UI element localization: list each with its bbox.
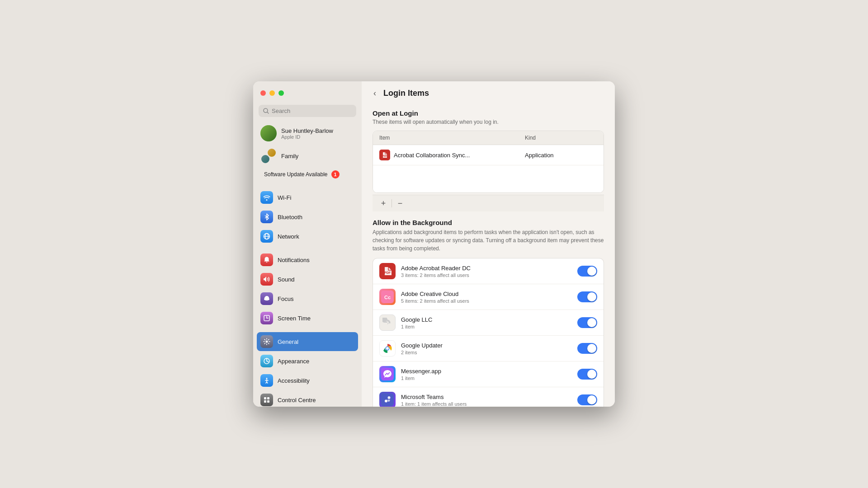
avatar [260,125,277,141]
google-updater-sub: 2 items [401,350,577,355]
family-item[interactable]: Family [257,145,358,167]
network-icon [260,230,273,243]
google-llc-toggle[interactable] [577,317,597,328]
svg-line-1 [267,112,269,113]
back-button[interactable]: ‹ [371,87,379,100]
add-item-button[interactable]: + [376,197,391,210]
svg-point-7 [266,298,268,300]
teams-name: Microsoft Teams [401,394,577,400]
sidebar-settings-section: General Appearance Acc [253,332,362,407]
search-bar[interactable] [259,105,356,117]
sidebar-item-general[interactable]: General [257,332,358,351]
messenger-name: Messenger.app [401,368,577,375]
teams-toggle[interactable] [577,394,597,405]
user-name: Sue Huntley-Barlow [281,127,333,134]
svg-rect-14 [264,397,266,399]
creative-cloud-icon: Cc [379,289,396,305]
sidebar-item-appearance[interactable]: Appearance [257,352,358,371]
sidebar-item-label-bluetooth: Bluetooth [278,214,302,221]
update-badge: 1 [331,170,340,178]
acrobat-row-icon: PDF [379,150,390,160]
sidebar-item-label-sound: Sound [278,276,295,283]
table-empty-area [373,165,604,192]
teams-icon [379,392,396,407]
sidebar-network-section: Wi-Fi Bluetooth [253,188,362,246]
col-item-header: Item [379,135,525,141]
sidebar-item-notifications[interactable]: Notifications [257,250,358,269]
software-update-item[interactable]: Software Update Available 1 [260,169,354,180]
sidebar-item-network[interactable]: Network [257,227,358,246]
teams-sub: 1 item: 1 item affects all users [401,401,577,407]
table-actions: + − [373,195,604,211]
sidebar-item-label-accessibility: Accessibility [278,377,310,384]
bg-item-microsoft-teams[interactable]: Microsoft Teams 1 item: 1 item affects a… [373,387,604,407]
svg-point-11 [266,341,268,343]
sidebar-item-label-general: General [278,338,298,345]
google-llc-info: Google LLC 1 item [401,316,577,329]
main-scroll-area[interactable]: Open at Login These items will open auto… [362,105,615,407]
acrobat-sub: 3 items: 2 items affect all users [401,272,577,278]
creative-cloud-sub: 5 items: 2 items affect all users [401,298,577,304]
sidebar-item-sound[interactable]: Sound [257,270,358,289]
acrobat-name: Adobe Acrobat Reader DC [401,265,577,272]
titlebar [253,81,362,105]
focus-icon [260,292,273,305]
messenger-sub: 1 item [401,375,577,381]
sidebar-item-accessibility[interactable]: Accessibility [257,371,358,390]
acrobat-info: Adobe Acrobat Reader DC 3 items: 2 items… [401,265,577,278]
sidebar-item-label-control-centre: Control Centre [278,397,316,404]
bg-item-acrobat[interactable]: PDF Adobe Acrobat Reader DC 3 items: 2 i… [373,258,604,284]
google-updater-icon [379,340,396,357]
sidebar-item-label-wifi: Wi-Fi [278,194,291,201]
background-section-title: Allow in the Background [373,219,604,226]
open-at-login-title: Open at Login [373,109,604,117]
google-updater-name: Google Updater [401,342,577,349]
bg-item-messenger[interactable]: Messenger.app 1 item [373,361,604,387]
search-input[interactable] [272,108,352,114]
google-llc-name: Google LLC [401,316,577,323]
minimize-button[interactable] [269,90,275,96]
svg-rect-16 [264,400,266,403]
acrobat-icon: PDF [379,263,396,279]
creative-cloud-info: Adobe Creative Cloud 5 items: 2 items af… [401,291,577,304]
sound-icon [260,273,273,286]
main-content: ‹ Login Items Open at Login These items … [362,81,615,407]
table-row[interactable]: PDF Acrobat Collaboration Sync... Applic… [373,145,604,165]
sidebar-item-wifi[interactable]: Wi-Fi [257,188,358,207]
update-label: Software Update Available [264,171,328,178]
google-updater-toggle[interactable] [577,343,597,354]
google-llc-sub: 1 item [401,324,577,329]
svg-point-28 [386,347,389,350]
sidebar-item-bluetooth[interactable]: Bluetooth [257,207,358,226]
sidebar-item-focus[interactable]: Focus [257,289,358,308]
svg-text:PDF: PDF [384,271,391,274]
main-header: ‹ Login Items [362,81,615,105]
general-icon [260,335,273,348]
sidebar-item-label-notifications: Notifications [278,257,310,263]
open-at-login-section: Open at Login These items will open auto… [373,109,604,211]
notifications-icon [260,253,273,266]
bg-item-creative-cloud[interactable]: Cc Adobe Creative Cloud 5 items: 2 items… [373,284,604,310]
sidebar-item-screen-time[interactable]: Screen Time [257,309,358,328]
sidebar-item-control-centre[interactable]: Control Centre [257,390,358,407]
teams-info: Microsoft Teams 1 item: 1 item affects a… [401,394,577,407]
messenger-toggle[interactable] [577,369,597,380]
bg-item-google-llc[interactable]: Google LLC 1 item [373,310,604,336]
google-updater-info: Google Updater 2 items [401,342,577,355]
sidebar: Sue Huntley-Barlow Apple ID Family Softw… [253,81,362,407]
remove-item-button[interactable]: − [393,197,407,210]
creative-cloud-toggle[interactable] [577,291,597,302]
bg-item-google-updater[interactable]: Google Updater 2 items [373,336,604,361]
family-label: Family [281,153,298,160]
acrobat-toggle[interactable] [577,266,597,277]
system-settings-window: Sue Huntley-Barlow Apple ID Family Softw… [253,81,615,407]
svg-text:Cc: Cc [384,295,391,300]
maximize-button[interactable] [278,90,284,96]
close-button[interactable] [260,90,266,96]
table-header: Item Kind [373,131,604,145]
messenger-icon [379,366,396,382]
family-avatar-2 [267,148,277,158]
user-profile-item[interactable]: Sue Huntley-Barlow Apple ID [257,122,358,144]
creative-cloud-name: Adobe Creative Cloud [401,291,577,297]
col-kind-header: Kind [525,135,597,141]
